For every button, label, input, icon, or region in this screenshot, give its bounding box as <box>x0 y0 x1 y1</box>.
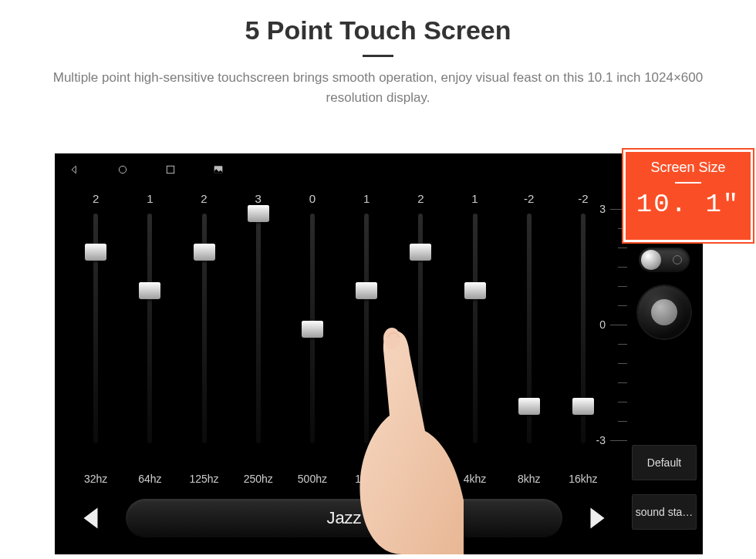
preset-name[interactable]: Jazz <box>126 499 562 537</box>
eq-band-value: 1 <box>147 192 153 209</box>
eq-slider[interactable] <box>418 214 423 443</box>
prev-preset-icon[interactable] <box>78 504 106 532</box>
eq-slider-knob[interactable] <box>356 282 377 299</box>
default-button[interactable]: Default <box>632 445 697 480</box>
eq-slider[interactable] <box>147 214 152 443</box>
eq-band-64hz: 164hz <box>123 192 177 485</box>
eq-band-8khz: -28khz <box>502 192 556 485</box>
eq-slider-knob[interactable] <box>302 321 323 338</box>
title-underline <box>363 55 393 57</box>
eq-band-freq: 125hz <box>189 473 218 485</box>
eq-slider-knob[interactable] <box>194 244 215 261</box>
scale-label: 0 <box>599 318 606 331</box>
eq-band-value: 1 <box>471 192 478 209</box>
eq-slider[interactable] <box>473 214 478 443</box>
eq-band-freq: 64hz <box>138 473 161 485</box>
eq-slider[interactable] <box>256 214 261 443</box>
sound-stage-button[interactable]: sound sta… <box>632 494 697 530</box>
device-screenshot: 232hz164hz2125hz3250hz0500hz11khz22khz14… <box>55 153 703 554</box>
eq-band-value: 1 <box>363 192 370 209</box>
eq-slider-knob[interactable] <box>248 205 269 222</box>
eq-band-value: 2 <box>417 192 424 209</box>
eq-band-32hz: 232hz <box>69 192 123 485</box>
eq-slider[interactable] <box>581 214 586 443</box>
back-icon[interactable] <box>69 163 81 176</box>
equalizer: 232hz164hz2125hz3250hz0500hz11khz22khz14… <box>69 192 610 485</box>
eq-slider-knob[interactable] <box>572 398 594 415</box>
eq-slider-knob[interactable] <box>139 282 160 299</box>
eq-band-1khz: 11khz <box>339 192 393 485</box>
page-title: 5 Point Touch Screen <box>0 0 756 45</box>
recent-icon[interactable] <box>164 163 177 176</box>
eq-band-freq: 2khz <box>410 473 433 485</box>
eq-band-value: -2 <box>524 192 534 209</box>
eq-band-freq: 500hz <box>298 473 327 485</box>
eq-band-value: 2 <box>201 192 207 209</box>
eq-band-freq: 250hz <box>244 473 273 485</box>
eq-scale: 30-3 <box>607 209 627 448</box>
eq-band-125hz: 2125hz <box>177 192 231 485</box>
preset-row: Jazz <box>78 496 610 540</box>
badge-divider <box>675 182 701 184</box>
badge-value: 10. 1" <box>626 190 751 219</box>
eq-band-freq: 32hz <box>84 473 107 485</box>
svg-point-0 <box>119 166 126 173</box>
eq-band-freq: 1khz <box>355 473 378 485</box>
system-nav-bar <box>55 153 703 186</box>
eq-slider[interactable] <box>93 214 98 443</box>
eq-band-freq: 16khz <box>569 473 597 485</box>
eq-slider[interactable] <box>364 214 369 443</box>
eq-slider-knob[interactable] <box>85 244 106 261</box>
eq-slider[interactable] <box>202 214 207 443</box>
screen-size-badge: Screen Size 10. 1" <box>623 150 753 242</box>
eq-toggle[interactable] <box>639 248 690 272</box>
eq-band-value: 0 <box>309 192 316 209</box>
scale-label: 3 <box>599 203 606 215</box>
eq-slider-knob[interactable] <box>464 282 486 299</box>
eq-band-value: 2 <box>93 192 99 209</box>
eq-slider-knob[interactable] <box>410 244 431 261</box>
gallery-icon[interactable] <box>212 163 224 176</box>
eq-band-4khz: 14khz <box>447 192 501 485</box>
eq-band-freq: 4khz <box>464 473 487 485</box>
eq-band-250hz: 3250hz <box>231 192 285 485</box>
svg-rect-1 <box>167 166 174 173</box>
next-preset-icon[interactable] <box>582 504 610 532</box>
eq-slider-knob[interactable] <box>518 398 540 415</box>
eq-slider[interactable] <box>527 214 532 443</box>
balance-button[interactable] <box>638 286 690 338</box>
eq-band-500hz: 0500hz <box>285 192 339 485</box>
page-subtitle: Multiple point high-sensitive touchscree… <box>0 68 756 123</box>
eq-band-value: -2 <box>578 192 588 209</box>
eq-band-freq: 8khz <box>518 473 541 485</box>
eq-slider[interactable] <box>310 214 315 443</box>
scale-label: -3 <box>596 434 606 446</box>
eq-band-2khz: 22khz <box>393 192 447 485</box>
home-icon[interactable] <box>116 163 129 176</box>
badge-label: Screen Size <box>626 160 751 176</box>
